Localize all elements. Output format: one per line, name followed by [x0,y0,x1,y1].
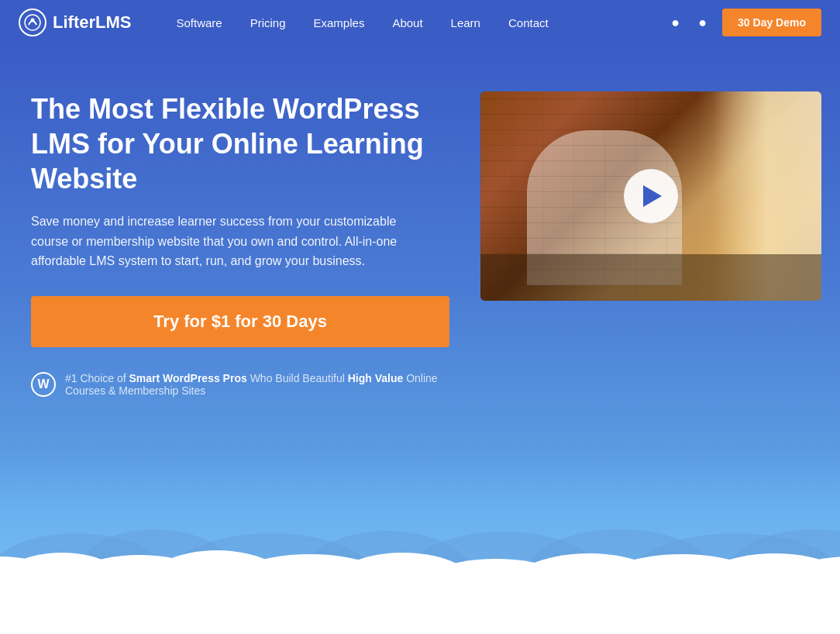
main-nav: Software Pricing Examples About Learn Co… [162,0,668,45]
nav-software[interactable]: Software [162,0,236,45]
demo-button[interactable]: 30 Day Demo [722,9,821,36]
play-button[interactable] [624,169,678,223]
hero-title: The Most Flexible WordPress LMS for Your… [31,91,434,196]
play-icon [643,185,662,207]
nav-examples[interactable]: Examples [300,0,379,45]
user-icon[interactable]: ● [668,12,683,34]
video-thumbnail [480,91,821,301]
cart-icon[interactable]: ● [695,12,710,34]
hero-video [480,91,821,301]
nav-contact[interactable]: Contact [494,0,563,45]
cta-button[interactable]: Try for $1 for 30 Days [31,296,449,347]
tagline-text: #1 Choice of Smart WordPress Pros Who Bu… [65,372,449,397]
svg-rect-21 [0,587,840,603]
svg-point-1 [31,19,35,22]
nav-utility-icons: ● ● [668,12,710,34]
nav-learn[interactable]: Learn [437,0,494,45]
logo[interactable]: LifterLMS [19,9,131,36]
wordpress-icon: W [31,372,56,397]
tagline: W #1 Choice of Smart WordPress Pros Who … [31,372,449,397]
header: LifterLMS Software Pricing Examples Abou… [0,0,840,45]
hero-section: The Most Flexible WordPress LMS for Your… [0,45,840,448]
hero-content: The Most Flexible WordPress LMS for Your… [31,91,449,428]
logo-icon [19,9,46,36]
logos-section: BOSTON UNIVERSITY WP engine® WP 101 A [0,603,840,634]
logo-text: LifterLMS [53,12,131,33]
hero-description: Save money and increase learner success … [31,212,418,271]
clouds-section [0,448,840,603]
svg-point-0 [25,15,40,30]
clouds-svg [0,479,840,603]
nav-about[interactable]: About [378,0,436,45]
nav-pricing[interactable]: Pricing [236,0,300,45]
